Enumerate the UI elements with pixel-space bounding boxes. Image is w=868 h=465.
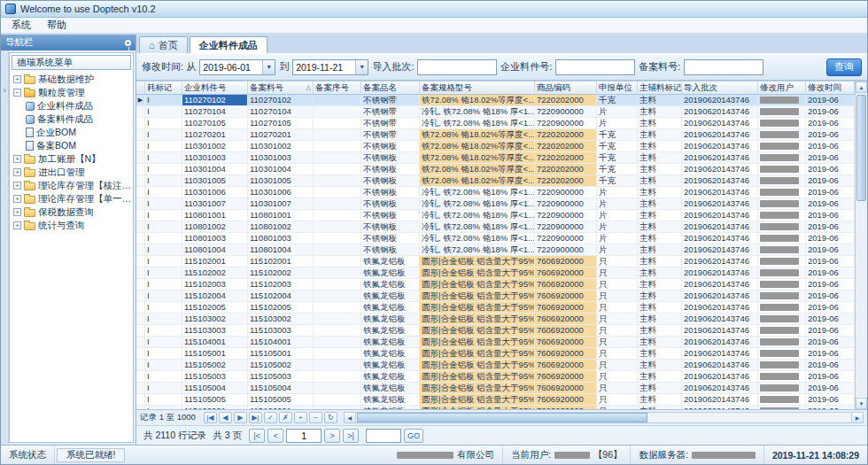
add-row-icon[interactable]: +: [294, 412, 307, 423]
sidebar-item-processing-ledger[interactable]: +加工账册【N】: [12, 152, 131, 166]
tree-expander-icon[interactable]: +: [13, 182, 21, 190]
table-row[interactable]: I115105002115105002铁氟龙铝板圆形|合金铝板 铝含量大于95%…: [136, 360, 855, 371]
scroll-up-icon[interactable]: ▲: [856, 81, 867, 93]
column-header-code[interactable]: 商品编码: [535, 81, 597, 94]
menu-item-system[interactable]: 系统: [4, 18, 39, 33]
last-page-icon[interactable]: ▶|: [249, 412, 262, 423]
tree-expander-icon[interactable]: +: [13, 221, 21, 229]
table-row[interactable]: I115103003115103003铁氟龙铝板圆形|合金铝板 铝含量大于95%…: [136, 325, 855, 337]
pin-icon[interactable]: [125, 40, 131, 46]
first-page-icon[interactable]: |◀: [204, 412, 217, 423]
table-row[interactable]: I110301005110301005不锈钢板铁72.08% 铬18.02%等厚…: [136, 175, 855, 187]
refresh-icon[interactable]: ↻: [324, 412, 337, 423]
cell-spec: 圆形|合金铝板 铝含量大于95%...: [420, 291, 535, 301]
horizontal-scroll-thumb[interactable]: [357, 413, 647, 422]
table-row[interactable]: I110301004110301004不锈钢板铁72.08% 铬18.02%等厚…: [136, 164, 855, 175]
accept-icon[interactable]: ✓: [264, 412, 277, 423]
menu-item-help[interactable]: 帮助: [39, 18, 74, 33]
column-header-spec[interactable]: 备案规格型号: [420, 81, 535, 94]
go-page-input[interactable]: [366, 429, 401, 443]
sidebar-item-inventory-checklist[interactable]: +理论库存管理【核注清单】: [12, 179, 131, 192]
table-row[interactable]: I110301007110301007不锈钢板冷轧, 铁72.08% 铬18% …: [136, 198, 855, 210]
sidebar-item-import-export[interactable]: +进出口管理: [12, 166, 131, 179]
record-no-input[interactable]: [684, 59, 763, 75]
enterprise-part-input[interactable]: [555, 59, 635, 75]
tree-expander-icon[interactable]: −: [13, 89, 21, 97]
table-row[interactable]: I110801001110801001不锈钢板冷轧, 铁72.08% 铬18% …: [136, 210, 855, 221]
table-row[interactable]: ▶I110270102110270102不锈钢带铁72.08% 铬18.02%等…: [136, 95, 855, 106]
table-row[interactable]: I110270201110270201不锈钢带铁72.08% 铬18.02%等厚…: [136, 129, 855, 141]
date-to-combo[interactable]: 2019-11-21 ▼: [292, 59, 368, 75]
column-header-name[interactable]: 备案品名: [361, 81, 420, 94]
date-from-combo[interactable]: 2019-06-01 ▼: [199, 59, 275, 75]
table-row[interactable]: I110301003110301003不锈钢板铁72.08% 铬18.02%等厚…: [136, 152, 855, 164]
table-row[interactable]: I110270104110270104不锈钢带冷轧, 铁72.08% 铬18% …: [136, 106, 855, 118]
tree-expander-icon[interactable]: +: [13, 208, 21, 216]
table-row[interactable]: I110301002110301002不锈钢板铁72.08% 铬18.02%等厚…: [136, 141, 855, 152]
scroll-left-icon[interactable]: ◀: [345, 413, 356, 422]
table-row[interactable]: I110801002110801002不锈钢板冷轧, 铁72.08% 铬18% …: [136, 221, 855, 233]
tree-root-header[interactable]: 德瑞系统菜单: [12, 55, 131, 70]
cancel-icon[interactable]: ✗: [279, 412, 292, 423]
column-header-unit[interactable]: 申报单位: [597, 81, 638, 94]
tab-enterprise-material[interactable]: 企业料件成品: [190, 36, 267, 53]
tree-expander-icon[interactable]: +: [13, 168, 21, 176]
chevron-down-icon[interactable]: ▼: [355, 60, 368, 74]
column-header-batch[interactable]: 导入批次: [682, 81, 758, 94]
prev-page-icon[interactable]: ◀: [219, 412, 232, 423]
column-header-part-no[interactable]: 企业料件号: [182, 81, 248, 94]
sidebar-item-inventory-window[interactable]: +理论库存管理【单一窗口】: [12, 192, 131, 205]
table-row[interactable]: I115105004115105004铁氟龙铝板圆形|合金铝板 铝含量大于95%…: [136, 383, 855, 394]
next-page-icon[interactable]: ▶: [234, 412, 247, 423]
sidebar-item-enterprise-material[interactable]: 企业料件成品: [12, 99, 131, 112]
chevron-down-icon[interactable]: ▼: [262, 60, 275, 74]
first-page-button[interactable]: |<: [249, 429, 265, 443]
table-row[interactable]: I110301006110301006不锈钢板冷轧, 铁72.08% 铬18% …: [136, 187, 855, 198]
page-number-input[interactable]: [286, 429, 322, 443]
sidebar-item-base-data[interactable]: +基础数据维护: [12, 73, 131, 86]
table-row[interactable]: I115105003115105003铁氟龙铝板圆形|合金铝板 铝含量大于95%…: [136, 371, 855, 383]
tree-expander-icon[interactable]: +: [13, 195, 21, 203]
query-button[interactable]: 查询: [826, 58, 862, 76]
table-row[interactable]: I115104001115104001铁氟龙铝板圆形|合金铝板 铝含量大于95%…: [136, 337, 855, 348]
next-page-button[interactable]: >: [324, 429, 340, 443]
go-button[interactable]: GO: [404, 429, 423, 443]
remove-row-icon[interactable]: −: [309, 412, 322, 423]
cell-spec: 圆形|合金铝板 铝含量大于95%...: [420, 383, 535, 393]
table-row[interactable]: I115102001115102001铁氟龙铝板圆形|合金铝板 铝含量大于95%…: [136, 256, 855, 267]
table-row[interactable]: I115102003115102003铁氟龙铝板圆形|合金铝板 铝含量大于95%…: [136, 279, 855, 291]
column-header-user[interactable]: 修改用户: [758, 81, 806, 94]
column-header-record-no[interactable]: 备案料号△: [248, 81, 314, 94]
column-header-flag[interactable]: 耗标记: [145, 81, 182, 94]
tree-expander-icon[interactable]: +: [13, 75, 21, 83]
sidebar-item-granularity[interactable]: −颗粒度管理: [12, 86, 131, 99]
scroll-down-icon[interactable]: ▼: [856, 398, 867, 409]
table-row[interactable]: I115102004115102004铁氟龙铝板圆形|合金铝板 铝含量大于95%…: [136, 291, 855, 302]
table-row[interactable]: I115105001115105001铁氟龙铝板圆形|合金铝板 铝含量大于95%…: [136, 348, 855, 360]
column-header-time[interactable]: 修改时间: [806, 81, 855, 94]
table-row[interactable]: I115102005115102005铁氟龙铝板圆形|合金铝板 铝含量大于95%…: [136, 302, 855, 314]
sidebar-item-record-material[interactable]: 备案料件成品: [12, 112, 131, 126]
tab-home[interactable]: ⌂首页: [139, 36, 188, 53]
menu-bar: 系统帮助: [1, 18, 867, 34]
table-row[interactable]: I110801003110801003不锈钢板冷轧, 铁72.08% 铬18% …: [136, 233, 855, 244]
import-batch-input[interactable]: [417, 59, 497, 75]
table-row[interactable]: I115102002115102002铁氟龙铝板圆形|合金铝板 铝含量大于95%…: [136, 267, 855, 279]
table-row[interactable]: I110270105110270105不锈钢带冷轧, 铁72.08% 铬18% …: [136, 118, 855, 129]
sidebar-item-bonded-query[interactable]: +保税数据查询: [12, 205, 131, 219]
sidebar-item-enterprise-bom[interactable]: 企业BOM: [12, 126, 131, 139]
scroll-right-icon[interactable]: ▶: [851, 413, 863, 422]
table-row[interactable]: I115103002115103002铁氟龙铝板圆形|合金铝板 铝含量大于95%…: [136, 314, 855, 325]
table-row[interactable]: I110801004110801004不锈钢板冷轧, 铁72.08% 铬18% …: [136, 244, 855, 256]
table-row[interactable]: I115105005115105005铁氟龙铝板圆形|合金铝板 铝含量大于95%…: [136, 394, 855, 406]
prev-page-button[interactable]: <: [267, 429, 283, 443]
tree-expander-icon[interactable]: +: [13, 155, 21, 163]
last-page-button[interactable]: >|: [343, 429, 359, 443]
vertical-scroll-thumb[interactable]: [856, 95, 866, 201]
sidebar-item-stats-query[interactable]: +统计与查询: [12, 219, 131, 232]
column-header-seq[interactable]: 备案序号: [314, 81, 361, 94]
column-header-material[interactable]: 主辅料标记: [638, 81, 682, 94]
cell-name: 不锈钢板: [361, 210, 420, 221]
sidebar-item-record-bom[interactable]: 备案BOM: [12, 139, 131, 152]
collapse-arrow-icon[interactable]: ›: [1, 86, 8, 95]
